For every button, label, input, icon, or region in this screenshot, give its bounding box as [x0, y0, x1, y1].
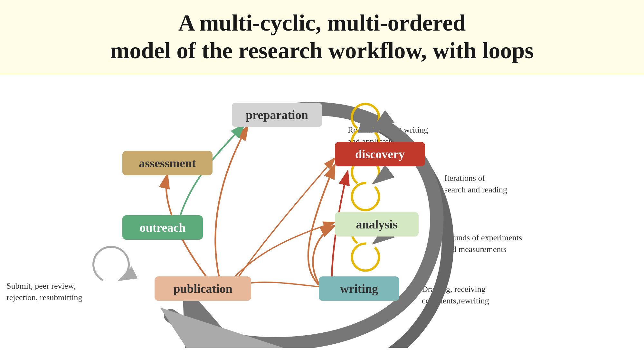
title: A multi-cyclic, multi-ordered model of t… [19, 9, 625, 65]
node-analysis: analysis [335, 212, 419, 237]
node-writing: writing [319, 276, 399, 301]
node-outreach: outreach [122, 215, 203, 240]
node-discovery: discovery [335, 142, 425, 166]
header: A multi-cyclic, multi-ordered model of t… [0, 0, 644, 74]
svg-point-6 [352, 183, 379, 210]
node-publication: publication [155, 276, 251, 301]
diagram-area: preparation discovery assessment outreac… [0, 74, 644, 348]
node-preparation: preparation [232, 103, 322, 127]
svg-point-7 [352, 244, 379, 271]
node-assessment: assessment [122, 151, 213, 175]
